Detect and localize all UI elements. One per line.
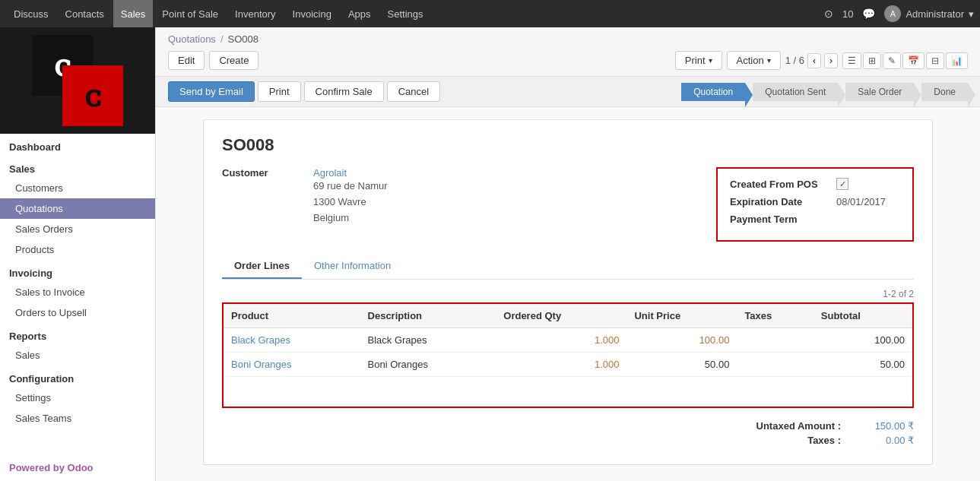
untaxed-amount-label: Untaxed Amount : — [756, 420, 841, 432]
powered-by: Powered by Odoo — [0, 454, 155, 481]
row1-taxes — [737, 328, 813, 353]
created-from-pos-checkbox[interactable]: ✓ — [836, 178, 848, 190]
logo: ᴄ ᴄ — [32, 35, 123, 126]
table-row[interactable]: Boni Oranges Boni Oranges 1.000 50.00 50… — [223, 353, 913, 377]
order-lines-table: Product Description Ordered Qty Unit Pri… — [222, 302, 914, 408]
form-view-button[interactable]: ✎ — [883, 52, 901, 69]
status-quotation: Quotation — [681, 83, 745, 101]
expiration-date-label: Expiration Date — [730, 196, 836, 207]
toolbar: Edit Create Print ▾ Action ▾ 1 / 6 ‹ — [168, 51, 968, 70]
table-row[interactable]: Black Grapes Black Grapes 1.000 100.00 1… — [223, 328, 913, 353]
action-button[interactable]: Action ▾ — [727, 51, 781, 70]
nav-settings[interactable]: Settings — [380, 0, 431, 27]
edit-button[interactable]: Edit — [168, 51, 205, 70]
customer-label: Customer — [222, 167, 313, 179]
row2-product[interactable]: Boni Oranges — [223, 353, 360, 377]
sidebar-item-orders-to-upsell[interactable]: Orders to Upsell — [0, 302, 155, 323]
col-product: Product — [223, 303, 360, 328]
content-area: Quotations / SO008 Edit Create Print ▾ A… — [156, 27, 980, 481]
nav-discuss[interactable]: Discuss — [6, 0, 56, 27]
nav-apps[interactable]: Apps — [341, 0, 379, 27]
untaxed-amount-value: 150.00 ₹ — [853, 420, 914, 432]
status-quotation-sent: Quotation Sent — [753, 83, 838, 101]
pager-next[interactable]: › — [824, 53, 838, 68]
sidebar-section-configuration: Configuration — [0, 365, 155, 388]
nav-sales[interactable]: Sales — [113, 0, 154, 27]
sidebar: ᴄ ᴄ Dashboard Sales Customers Quotations… — [0, 27, 156, 481]
calendar-view-button[interactable]: 📅 — [902, 52, 924, 69]
sidebar-item-customers[interactable]: Customers — [0, 178, 155, 198]
sidebar-item-sales-teams[interactable]: Sales Teams — [0, 408, 155, 429]
document-title: SO008 — [222, 135, 914, 155]
sidebar-item-settings[interactable]: Settings — [0, 388, 155, 408]
send-by-email-button[interactable]: Send by Email — [168, 81, 255, 102]
breadcrumb-current: SO008 — [228, 33, 258, 45]
sidebar-logo: ᴄ ᴄ — [0, 27, 155, 134]
graph-view-button[interactable]: 📊 — [946, 52, 968, 69]
taxes-row: Taxes : 0.00 ₹ — [222, 435, 914, 446]
view-icons: ☰ ⊞ ✎ 📅 ⊟ 📊 — [842, 52, 968, 69]
document-area: SO008 Customer Agrolait 69 rue de Namur … — [156, 107, 980, 481]
top-navigation: Discuss Contacts Sales Point of Sale Inv… — [0, 0, 980, 27]
avatar: A — [884, 5, 901, 22]
breadcrumb-separator: / — [220, 33, 224, 45]
row2-subtotal: 50.00 — [813, 353, 913, 377]
sidebar-item-reports-sales[interactable]: Sales — [0, 345, 155, 365]
row1-unit-price: 100.00 — [626, 328, 737, 353]
pivot-view-button[interactable]: ⊟ — [926, 52, 944, 69]
nav-point-of-sale[interactable]: Point of Sale — [154, 0, 226, 27]
row1-product[interactable]: Black Grapes — [223, 328, 360, 353]
row2-description: Boni Oranges — [360, 353, 496, 377]
created-from-pos-label: Created From POS — [730, 179, 836, 190]
print-button[interactable]: Print ▾ — [675, 51, 722, 70]
col-taxes: Taxes — [737, 303, 813, 328]
table-row-empty — [223, 377, 913, 407]
status-done: Done — [921, 83, 968, 101]
sidebar-section-dashboard: Dashboard — [0, 134, 155, 156]
create-button[interactable]: Create — [209, 51, 258, 70]
toolbar-left: Edit Create — [168, 51, 258, 70]
nav-inventory[interactable]: Inventory — [227, 0, 283, 27]
status-sale-order: Sale Order — [845, 83, 914, 101]
row2-ordered-qty: 1.000 — [496, 353, 626, 377]
kanban-view-button[interactable]: ⊞ — [863, 52, 881, 69]
tab-order-lines[interactable]: Order Lines — [222, 254, 302, 279]
sidebar-item-sales-to-invoice[interactable]: Sales to Invoice — [0, 282, 155, 302]
sidebar-item-quotations[interactable]: Quotations — [0, 198, 155, 219]
breadcrumb: Quotations / SO008 — [168, 33, 968, 45]
nav-invoicing[interactable]: Invoicing — [285, 0, 339, 27]
list-view-button[interactable]: ☰ — [842, 52, 861, 69]
document-fields: Customer Agrolait 69 rue de Namur 1300 W… — [222, 167, 914, 242]
nav-contacts[interactable]: Contacts — [58, 0, 112, 27]
doc-fields-right: Created From POS ✓ Expiration Date 08/01… — [716, 167, 914, 242]
sidebar-item-sales-orders[interactable]: Sales Orders — [0, 219, 155, 239]
content-header: Quotations / SO008 Edit Create Print ▾ A… — [156, 27, 980, 77]
main-layout: ᴄ ᴄ Dashboard Sales Customers Quotations… — [0, 27, 980, 481]
row1-ordered-qty: 1.000 — [496, 328, 626, 353]
notif-count: 10 — [842, 8, 853, 20]
document-card: SO008 Customer Agrolait 69 rue de Namur … — [203, 119, 933, 465]
breadcrumb-parent[interactable]: Quotations — [168, 33, 216, 45]
sidebar-section-reports: Reports — [0, 323, 155, 345]
chat-icon[interactable]: 💬 — [862, 8, 875, 20]
tab-other-information[interactable]: Other Information — [302, 254, 403, 279]
print-dropdown-arrow: ▾ — [709, 56, 712, 65]
expiration-date-value: 08/01/2017 — [836, 196, 886, 207]
sidebar-section-invoicing: Invoicing — [0, 260, 155, 282]
pager: 1 / 6 ‹ › — [785, 53, 838, 68]
sidebar-item-products[interactable]: Products — [0, 239, 155, 260]
pager-prev[interactable]: ‹ — [807, 53, 821, 68]
logo-c-black: ᴄ — [84, 78, 101, 114]
col-ordered-qty: Ordered Qty — [496, 303, 626, 328]
cancel-button[interactable]: Cancel — [387, 81, 440, 102]
row1-description: Black Grapes — [360, 328, 496, 353]
confirm-sale-button[interactable]: Confirm Sale — [304, 81, 384, 102]
customer-name[interactable]: Agrolait — [313, 167, 388, 179]
customer-address: 69 rue de Namur 1300 Wavre Belgium — [313, 179, 388, 226]
col-subtotal: Subtotal — [813, 303, 913, 328]
admin-menu[interactable]: A Administrator ▾ — [884, 5, 974, 22]
row1-subtotal: 100.00 — [813, 328, 913, 353]
document-tabs: Order Lines Other Information — [222, 254, 914, 280]
print-action-button[interactable]: Print — [258, 81, 301, 102]
customer-field-row: Customer Agrolait 69 rue de Namur 1300 W… — [222, 167, 698, 226]
